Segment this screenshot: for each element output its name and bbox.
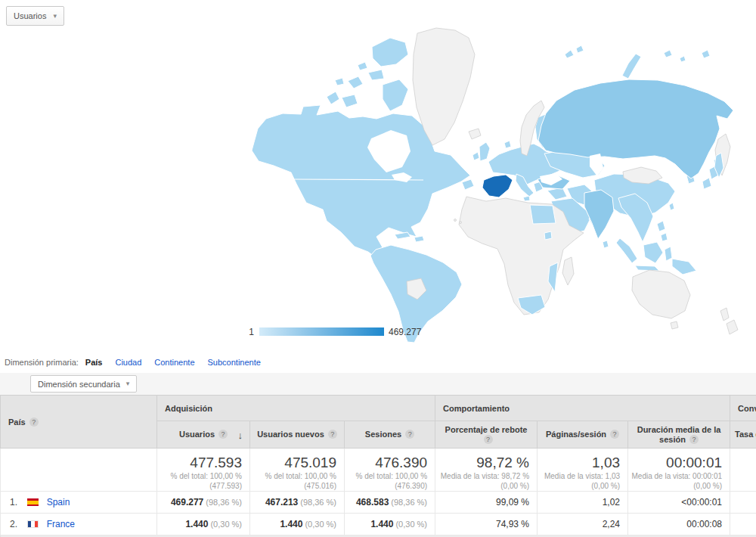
map-island xyxy=(335,78,344,85)
country-cell: 2. France xyxy=(1,514,157,535)
primary-dimension-bar: Dimensión primaria: País Ciudad Continen… xyxy=(5,358,261,367)
help-icon[interactable]: ? xyxy=(689,435,699,444)
map-island xyxy=(460,222,462,224)
map-island xyxy=(576,45,584,53)
map-island xyxy=(368,70,384,80)
cell-paginas: 1,02 xyxy=(538,492,628,514)
totals-row: 477.593 % del total: 100,00 % (477.593) … xyxy=(1,449,756,492)
map-region-iceland[interactable] xyxy=(469,129,481,139)
primary-dimension-label: Dimensión primaria: xyxy=(5,358,79,367)
map-island xyxy=(622,54,641,79)
map-region-indonesia[interactable] xyxy=(643,242,663,263)
map-region-egypt[interactable] xyxy=(530,205,556,224)
totals-empty-cell xyxy=(1,449,157,492)
column-header-rebote[interactable]: Porcentaje de rebote? xyxy=(435,421,538,449)
totals-sesiones: 476.390 % del total: 100,00 % (476.390) xyxy=(345,449,435,492)
map-island xyxy=(671,321,678,329)
dimension-tab-pais[interactable]: País xyxy=(85,358,103,367)
dimension-tab-subcontinente[interactable]: Subcontinente xyxy=(208,358,261,367)
country-cell: 1. Spain xyxy=(1,492,157,514)
help-icon[interactable]: ? xyxy=(29,417,39,427)
help-icon[interactable]: ? xyxy=(218,430,228,439)
map-region-iraq-syria[interactable] xyxy=(547,188,567,200)
map-region-ireland[interactable] xyxy=(472,152,479,160)
column-header-duracion[interactable]: Duración media de la sesión? xyxy=(628,421,730,449)
dimension-tab-continente[interactable]: Continente xyxy=(154,358,194,367)
cell-tasa xyxy=(730,492,756,514)
country-link-spain[interactable]: Spain xyxy=(47,497,70,508)
map-island xyxy=(414,236,424,242)
map-island xyxy=(372,38,408,67)
map-legend: 1 469.277 xyxy=(249,327,421,337)
column-header-tasa[interactable]: Tasa de conversión xyxy=(730,421,756,449)
cell-usuarios-nuevos: 1.440(0,30 %) xyxy=(250,514,345,535)
map-island xyxy=(665,247,672,261)
map-legend-max: 469.277 xyxy=(389,327,422,337)
cell-usuarios: 1.440(0,30 %) xyxy=(157,514,250,535)
geo-map: 1 469.277 xyxy=(0,0,756,345)
cell-rebote: 74,93 % xyxy=(435,514,538,535)
help-icon[interactable]: ? xyxy=(328,430,337,439)
row-index: 2. xyxy=(10,519,22,529)
map-region-indonesia[interactable] xyxy=(616,238,637,263)
table-row-france: 2. France 1.440(0,30 %) 1.440(0,30 %) 1.… xyxy=(1,514,756,535)
chevron-down-icon: ▾ xyxy=(126,380,130,387)
spain-flag-icon xyxy=(27,498,39,506)
map-island xyxy=(680,56,686,62)
cell-paginas: 2,24 xyxy=(538,514,628,535)
cell-usuarios-nuevos: 467.213(98,36 %) xyxy=(250,492,345,514)
column-header-pais[interactable]: País? xyxy=(1,396,157,449)
map-region-indonesia[interactable] xyxy=(635,265,659,271)
map-island xyxy=(342,95,358,107)
map-island xyxy=(348,76,363,88)
map-island xyxy=(603,241,609,248)
map-region-madagascar[interactable] xyxy=(562,257,574,285)
column-header-usuarios[interactable]: Usuarios? ↓ xyxy=(157,421,250,449)
map-island xyxy=(661,233,668,241)
help-icon[interactable]: ? xyxy=(405,430,414,439)
row-index: 1. xyxy=(10,497,22,508)
totals-tasa xyxy=(730,449,756,492)
map-region-new-guinea[interactable] xyxy=(672,259,696,275)
map-island xyxy=(565,50,574,58)
group-header-conversiones: Conversiones xyxy=(730,396,756,421)
map-region-uk[interactable] xyxy=(479,142,490,161)
map-island xyxy=(504,141,511,148)
totals-duracion: 00:00:01 Media de la vista: 00:00:01 (0,… xyxy=(628,449,730,492)
map-island xyxy=(358,62,367,70)
secondary-dimension-button[interactable]: Dimensión secundaria ▾ xyxy=(30,375,137,393)
map-region-new-zealand[interactable] xyxy=(720,308,729,321)
map-island xyxy=(702,50,710,58)
cell-usuarios: 469.277(98,36 %) xyxy=(157,492,250,514)
totals-usuarios: 477.593 % del total: 100,00 % (477.593) xyxy=(157,449,250,492)
map-region-japan[interactable] xyxy=(702,178,711,189)
map-region-spain-highlighted[interactable] xyxy=(482,175,513,197)
dimension-tab-ciudad[interactable]: Ciudad xyxy=(115,358,141,367)
secondary-dimension-toolbar: Dimensión secundaria ▾ xyxy=(0,373,756,395)
secondary-dimension-label: Dimensión secundaria xyxy=(38,380,120,389)
france-flag-icon xyxy=(27,520,39,528)
map-region-india[interactable] xyxy=(584,190,614,239)
column-header-usuarios-nuevos[interactable]: Usuarios nuevos? xyxy=(250,421,345,449)
map-region-uganda[interactable] xyxy=(544,231,552,240)
map-region-australia[interactable] xyxy=(632,270,690,318)
cell-duracion: <00:00:01 xyxy=(628,492,730,514)
map-island xyxy=(669,203,674,210)
country-link-france[interactable]: France xyxy=(47,519,75,529)
world-map-svg: 1 469.277 xyxy=(0,0,756,345)
geo-report-page: Usuarios ▾ xyxy=(0,0,756,537)
help-icon[interactable]: ? xyxy=(484,435,493,444)
map-region-cuba[interactable] xyxy=(395,232,411,239)
geo-data-table: País? Adquisición Comportamiento Convers… xyxy=(0,395,756,537)
map-island xyxy=(462,179,474,190)
map-region-new-zealand[interactable] xyxy=(727,320,738,334)
map-legend-gradient xyxy=(259,327,384,336)
column-header-paginas[interactable]: Páginas/sesión? xyxy=(538,421,628,449)
map-island xyxy=(383,79,408,111)
cell-sesiones: 1.440(0,30 %) xyxy=(345,514,435,535)
cell-tasa xyxy=(730,514,756,535)
group-header-comportamiento: Comportamiento xyxy=(435,396,730,421)
cell-sesiones: 468.583(98,36 %) xyxy=(345,492,435,514)
help-icon[interactable]: ? xyxy=(610,430,619,439)
column-header-sesiones[interactable]: Sesiones? xyxy=(345,421,435,449)
